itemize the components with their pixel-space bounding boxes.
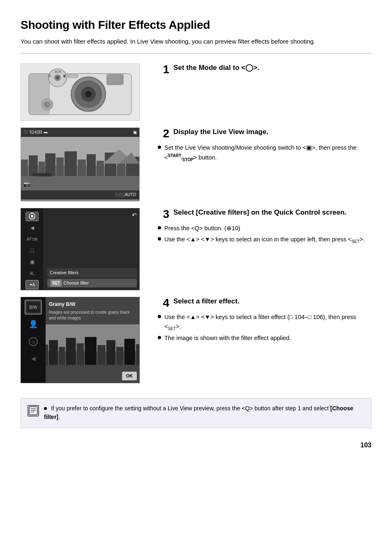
note-box: If you prefer to configure the setting w… (21, 398, 371, 428)
bullet-dot (158, 336, 161, 339)
step-2-bullet-1-text: Set the Live View shooting/Movie shootin… (164, 143, 371, 163)
step-4-bullets: Use the <▲> <▼> keys to select a filter … (158, 312, 371, 342)
step-1-text-col: 1 Set the Mode dial to <◯>. (158, 63, 371, 76)
step-3-bullet-1: Press the <Q> button. (⊕10) (158, 224, 371, 233)
step-3-image: ◀ AF±⊞ □ ▣ 4L ✦A (21, 208, 148, 290)
qc-icon-4-sym: □ (30, 246, 34, 255)
bullet-dot (158, 237, 161, 241)
cityscape-svg (21, 137, 139, 190)
step-3-bullet-2: Use the <▲> <▼> keys to select an icon i… (158, 235, 371, 245)
qc-icon-2: ◀ (25, 223, 39, 233)
mode-dial-image: SCN ⚙ ▮▮ (21, 63, 140, 121)
qc-main-area: ↶ Creative filters SET Choose filter (45, 208, 139, 290)
note-bold: [Choose filter] (44, 405, 353, 421)
page-number: 103 (21, 440, 371, 450)
fs-icon-grainy: B/W (25, 300, 42, 315)
lv-count: 514|30 (30, 129, 42, 135)
step-1-number: 1 (158, 63, 169, 76)
qc-icon-5: ▣ (25, 257, 39, 267)
qc-icon-1 (25, 212, 39, 222)
step-4-body: Use the <▲> <▼> keys to select a filter … (158, 312, 371, 342)
svg-text:◎: ◎ (32, 340, 35, 344)
step-2-title: Display the Live View image. (173, 127, 371, 137)
lv-mode-label: ⬛⬛ (115, 192, 125, 198)
svg-text:⚙: ⚙ (48, 74, 51, 78)
note-text-content: If you prefer to configure the setting w… (44, 405, 353, 421)
step-4-bullet-1: Use the <▲> <▼> keys to select a filter … (158, 312, 371, 332)
step-4-image: B/W 👤 ◎ ◀ Grainy B/W Ima (21, 297, 148, 383)
qc-icon-4: □ (25, 246, 39, 256)
page-title: Shooting with Filter Effects Applied (21, 16, 371, 34)
svg-rect-13 (66, 74, 78, 78)
bullet-dot (158, 226, 161, 229)
fs-icons-col: B/W 👤 ◎ ◀ (21, 297, 46, 383)
step-3-title: Select [Creative filters] on the Quick C… (173, 208, 371, 217)
svg-rect-36 (31, 213, 33, 214)
mode-dial-svg: SCN ⚙ ▮▮ (25, 65, 136, 119)
step-4-row: B/W 👤 ◎ ◀ Grainy B/W Ima (21, 297, 371, 383)
qc-icon-6: 4L (25, 268, 39, 278)
note-icon (28, 405, 39, 416)
step-2-image: ⬛ 514|30 ▬ ▣ (21, 127, 148, 201)
qc-set-bar: SET Choose filter (47, 279, 137, 287)
live-view-image: ⬛ 514|30 ▬ ▣ (21, 127, 140, 201)
step-3-body: Press the <Q> button. (⊕10) Use the <▲> … (158, 224, 371, 245)
step-1-image: SCN ⚙ ▮▮ (21, 63, 148, 121)
step-2-body: Set the Live View shooting/Movie shootin… (158, 143, 371, 163)
step-4-number: 4 (158, 297, 169, 310)
content-area: SCN ⚙ ▮▮ (21, 63, 371, 390)
fs-icon-3: ◎ (25, 334, 42, 349)
step-2-bullets: Set the Live View shooting/Movie shootin… (158, 143, 371, 163)
lv-indicator: ⬛ (23, 130, 28, 135)
step-3-text-col: 3 Select [Creative filters] on the Quick… (158, 208, 371, 247)
step-1-title: Set the Mode dial to <◯>. (173, 63, 371, 73)
svg-point-11 (85, 91, 92, 97)
fs-info-box: Grainy B/W Images are processed to creat… (46, 297, 139, 324)
step-2-text-col: 2 Display the Live View image. Set the L… (158, 127, 371, 164)
step-4-text-col: 4 Select a filter effect. Use the <▲> <▼… (158, 297, 371, 345)
intro-text: You can shoot with filter effects applie… (21, 37, 371, 46)
svg-text:SCN: SCN (54, 70, 61, 74)
lv-icon: ▣ (133, 129, 137, 135)
step-2-row: ⬛ 514|30 ▬ ▣ (21, 127, 371, 201)
lv-bottom-bar: ⬛⬛ AUTO (21, 190, 139, 199)
bullet-dot-inline (44, 407, 47, 410)
set-badge: SET (51, 280, 62, 287)
step-3-number: 3 (158, 208, 169, 221)
step-4-bullet-2: The image is shown with the filter effec… (158, 333, 371, 342)
qc-icon-creative: ✦A (25, 280, 39, 290)
note-text: If you prefer to configure the setting w… (44, 404, 364, 422)
qc-undo-icon: ↶ (132, 211, 137, 220)
fs-icon-2: 👤 (25, 317, 42, 332)
step-3-row: ◀ AF±⊞ □ ▣ 4L ✦A (21, 208, 371, 290)
step-4-bullet-2-text: The image is shown with the filter effec… (164, 333, 291, 342)
svg-point-35 (31, 215, 33, 217)
step-2-header: 2 Display the Live View image. (158, 127, 371, 140)
fs-right-panel: Grainy B/W Images are processed to creat… (46, 297, 139, 383)
qc-icon-2-sym: ◀ (30, 224, 34, 231)
step-1-row: SCN ⚙ ▮▮ (21, 63, 371, 121)
lv-battery: ▬ (44, 130, 47, 135)
step-4-header: 4 Select a filter effect. (158, 297, 371, 310)
step-4-title: Select a filter effect. (173, 297, 371, 306)
lv-auto-label: AUTO (125, 192, 136, 198)
choose-filter-label: Choose filter (63, 280, 89, 287)
step-1-header: 1 Set the Mode dial to <◯>. (158, 63, 371, 76)
fs-ok-button: OK (122, 372, 137, 380)
step-3-bullets: Press the <Q> button. (⊕10) Use the <▲> … (158, 224, 371, 245)
bullet-dot (158, 315, 161, 318)
svg-point-7 (56, 76, 59, 79)
qc-icon-6-sym: 4L (30, 270, 35, 277)
step-2-number: 2 (158, 127, 169, 140)
step-2-bullet-1: Set the Live View shooting/Movie shootin… (158, 143, 371, 163)
qc-icon-creative-sym: ✦A (29, 282, 35, 288)
section-divider (21, 53, 371, 53)
qc-sidebar: ◀ AF±⊞ □ ▣ 4L ✦A (21, 208, 43, 290)
step-3-bullet-2-text: Use the <▲> <▼> keys to select an icon i… (164, 235, 364, 245)
qc-icon-5-sym: ▣ (30, 258, 35, 266)
step-3-bullet-1-text: Press the <Q> button. (⊕10) (164, 224, 240, 233)
lv-top-bar: ⬛ 514|30 ▬ ▣ (21, 128, 139, 137)
fs-icon-4: ◀ (25, 352, 42, 366)
svg-rect-31 (33, 173, 51, 176)
svg-point-15 (44, 101, 51, 108)
